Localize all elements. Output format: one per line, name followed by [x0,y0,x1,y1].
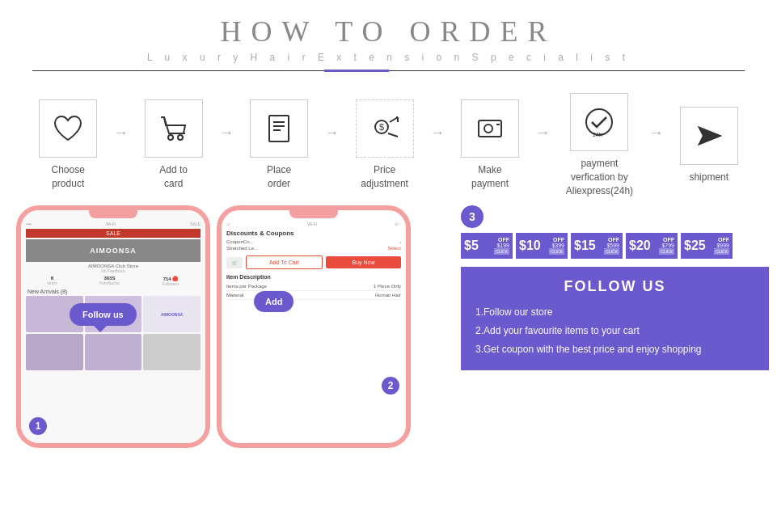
coupon-5-click[interactable]: CLICK [714,248,729,255]
coupon-2-price: $399 [549,243,564,248]
right-panel: 3 $5 OFF $199 CLICK $10 OFF $399 CLICK [453,205,777,456]
phone2-add-bubble: Add [254,291,293,312]
svg-point-13 [484,125,492,133]
coupon-2-dollar: $10 [519,239,541,252]
page-title: HOW TO ORDER [0,15,777,49]
coupon-4-right: OFF $799 CLICK [659,237,674,255]
arrow-2: → [219,125,234,141]
step-icon-order [250,99,308,158]
coupon-2-right: OFF $399 CLICK [549,237,564,255]
phone2-stretched: Stretched Le... Select [226,246,401,251]
phone2-desc-row-1: Items per Package1 Piece Only [226,282,401,291]
coupon-1-click[interactable]: CLICK [494,248,509,255]
coupon-2-off: OFF [549,237,564,243]
header-divider [32,70,745,72]
coupon-2-click[interactable]: CLICK [549,248,564,255]
step-place-order: Placeorder [235,99,323,191]
step-shipment: shipment [665,107,753,184]
coupon-3-off: OFF [604,237,619,243]
coupon-3-right: OFF $599 CLICK [604,237,619,255]
step-icon-cart [145,99,203,158]
phone2-top-bar: ◁Wi-Fi⊡ ↑ [226,222,401,226]
coupon-4-click[interactable]: CLICK [659,248,674,255]
svg-rect-12 [479,120,501,137]
phone1-top-bar: ••••Wi-FiSALE [26,222,201,226]
step-icon-verification: 24h [570,93,628,151]
phone1-stats: 8Items 303SFeedbacks 714 🔴Followers [26,276,201,286]
phone1-screen: ••••Wi-FiSALE SALE AIMOONSA AIMOONSA Clu… [21,210,205,443]
phone1-new-arrivals: New Arrivals (8) [27,289,201,294]
coupon-1-dollar: $5 [464,239,479,252]
header-section: HOW TO ORDER L u x u r y H a i r E x t e… [0,0,777,78]
phone2-cart-row: 🛒 Add To Cart Buy Now [226,255,401,269]
follow-line-2: 2.Add your favourite items to your cart [475,322,754,340]
step-label-shipment: shipment [689,171,728,184]
coupon-2[interactable]: $10 OFF $399 CLICK [516,233,568,259]
step-label-order: Placeorder [267,163,291,191]
phone1-sale-banner: SALE [26,229,201,238]
step-make-payment: Makepayment [446,99,534,191]
follow-box: FOLLOW US 1.Follow our store 2.Add your … [461,267,769,369]
coupon-1-price: $199 [494,243,509,248]
phone2-coupon-label: CouponCo... [226,239,254,244]
step-label-verification: paymentverfication byAliexpress(24h) [566,157,633,197]
step-label-cart: Add tocard [159,163,188,191]
coupon-3-click[interactable]: CLICK [604,248,619,255]
arrow-5: → [535,125,550,141]
page-subtitle: L u x u r y H a i r E x t e n s i o n S … [0,52,777,63]
coupon-4-off: OFF [659,237,674,243]
phone1-mockup: ••••Wi-FiSALE SALE AIMOONSA AIMOONSA Clu… [16,205,210,448]
step-icon-payment [461,99,519,158]
step-icon-heart [39,99,97,158]
coupon-3-dollar: $15 [574,239,596,252]
coupon-5-off: OFF [714,237,729,243]
phone2-screen: ◁Wi-Fi⊡ ↑ Discounts & Coupons CouponCo..… [222,210,406,303]
phone1-feedback: No Feedback [26,268,201,273]
coupon-1-right: OFF $199 CLICK [494,237,509,255]
coupon-4-dollar: $20 [629,239,651,252]
phone2-desc-row-2: MaterialHuman Hair [226,291,401,300]
coupon-4-price: $799 [659,243,674,248]
step-label-price: Priceadjustment [361,163,408,191]
coupon-1-off: OFF [494,237,509,243]
phone2-item-desc: Item Description [226,274,401,280]
follow-line-3: 3.Get coupon with the best price and enj… [475,340,754,359]
phone2-stretched-label: Stretched Le... [226,246,258,251]
phone2-step-badge: 2 [382,377,399,395]
phone2-section-title: Discounts & Coupons [226,230,401,237]
step-price-adjustment: $ Priceadjustment [340,99,428,191]
step-add-to-cart: Add tocard [129,99,217,191]
coupon-4[interactable]: $20 OFF $799 CLICK [626,233,678,259]
phone2-mockup: ◁Wi-Fi⊡ ↑ Discounts & Coupons CouponCo..… [217,205,411,448]
bottom-section: ••••Wi-FiSALE SALE AIMOONSA AIMOONSA Clu… [0,205,777,456]
follow-text: 1.Follow our store 2.Add your favourite … [475,303,754,358]
phone2-notch [289,210,338,218]
svg-text:24h: 24h [593,132,602,137]
phones-area: ••••Wi-FiSALE SALE AIMOONSA AIMOONSA Clu… [0,205,453,456]
coupon-strip: $5 OFF $199 CLICK $10 OFF $399 CLICK $15 [461,233,769,259]
follow-title: FOLLOW US [475,278,754,295]
step3-badge: 3 [461,205,484,228]
phone1-notch [89,210,137,218]
coupon-3[interactable]: $15 OFF $599 CLICK [571,233,623,259]
coupon-5[interactable]: $25 OFF $999 CLICK [681,233,733,259]
coupon-1[interactable]: $5 OFF $199 CLICK [461,233,513,259]
phone2-add-to-cart-btn[interactable]: Add To Cart [246,255,323,269]
svg-line-11 [388,133,398,137]
phone2-select[interactable]: Select [387,246,401,251]
phone1-logo: AIMOONSA [90,247,137,255]
step-verification: 24h paymentverfication byAliexpress(24h) [551,93,647,197]
coupon-5-right: OFF $999 CLICK [714,237,729,255]
follow-line-1: 1.Follow our store [475,303,754,322]
arrow-4: → [430,125,445,141]
arrow-1: → [113,125,128,141]
arrow-6: → [649,125,664,141]
phone2-buy-now-btn[interactable]: Buy Now [326,256,401,268]
coupon-5-dollar: $25 [684,239,706,252]
step-choose-product: Chooseproduct [24,99,112,191]
step-icon-price: $ [356,99,414,158]
phone2-coupon-row: CouponCo... › [226,239,401,244]
svg-point-1 [178,135,183,140]
svg-rect-2 [269,116,289,141]
arrow-3: → [324,125,339,141]
